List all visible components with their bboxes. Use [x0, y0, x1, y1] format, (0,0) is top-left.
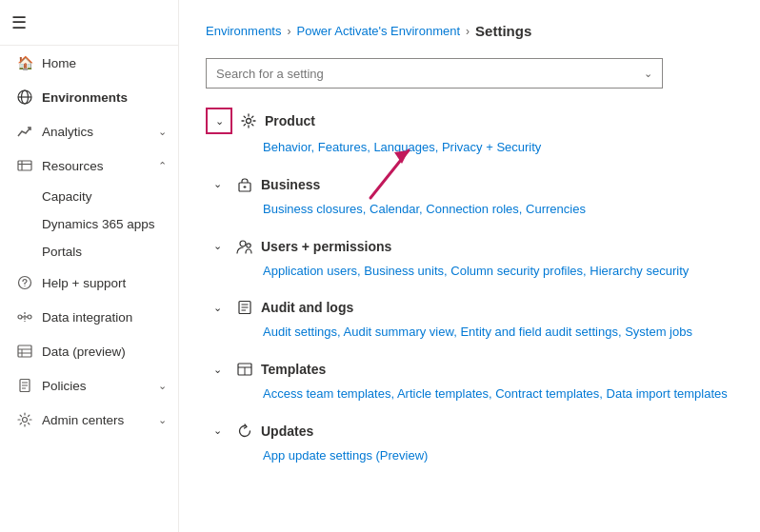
breadcrumb-separator: ›: [287, 25, 290, 38]
environments-icon: [15, 88, 34, 107]
search-input[interactable]: [216, 67, 644, 81]
link-languages[interactable]: Languages: [373, 140, 434, 154]
hamburger-icon[interactable]: ☰: [11, 12, 27, 33]
sidebar-header: ☰: [0, 0, 178, 46]
sidebar: ☰ 🏠 Home Environments Analytics ⌄: [0, 0, 179, 532]
sidebar-item-policies[interactable]: Policies ⌄: [0, 368, 178, 403]
data-preview-icon: [15, 342, 34, 361]
section-users-links: Application users, Business units, Colum…: [206, 262, 733, 282]
section-product-links: Behavior, Features, Languages, Privacy +…: [206, 138, 733, 158]
section-updates-title: Updates: [261, 424, 313, 439]
svg-point-9: [28, 315, 31, 319]
sidebar-item-label: Analytics: [42, 125, 154, 139]
sidebar-item-environments[interactable]: Environments: [0, 80, 178, 114]
link-app-update-settings[interactable]: App update settings (Preview): [263, 448, 428, 463]
svg-point-20: [23, 418, 28, 423]
section-users-title: Users + permissions: [261, 239, 391, 254]
link-currencies[interactable]: Currencies: [526, 202, 586, 216]
section-updates-header: ⌄ Updates: [206, 420, 733, 443]
audit-collapse-button[interactable]: ⌄: [206, 296, 229, 319]
chevron-down-icon: ⌄: [158, 414, 167, 426]
analytics-icon: [15, 122, 34, 141]
section-product-title: Product: [265, 113, 315, 128]
sidebar-item-label: Admin centers: [42, 413, 154, 427]
dropdown-arrow-icon[interactable]: ⌄: [644, 68, 652, 80]
home-icon: 🏠: [15, 53, 34, 72]
section-templates-title: Templates: [261, 362, 326, 377]
product-collapse-button[interactable]: ⌄: [206, 108, 232, 134]
link-features[interactable]: Features: [318, 140, 367, 154]
sidebar-item-dynamics365[interactable]: Dynamics 365 apps: [0, 210, 178, 238]
breadcrumb-item-environment[interactable]: Power Activate's Environment: [296, 24, 460, 38]
updates-icon: [236, 423, 253, 440]
link-app-users[interactable]: Application users: [263, 264, 357, 278]
section-audit-title: Audit and logs: [261, 300, 353, 315]
help-icon: [15, 273, 34, 292]
link-field-audit[interactable]: Entity and field audit settings: [460, 325, 618, 339]
sidebar-item-portals[interactable]: Portals: [0, 238, 178, 266]
section-templates-header: ⌄ Templates: [206, 358, 733, 381]
link-audit-summary[interactable]: Audit summary view: [344, 325, 454, 339]
updates-collapse-button[interactable]: ⌄: [206, 420, 229, 443]
svg-point-8: [18, 315, 22, 319]
sidebar-item-label: Policies: [42, 379, 154, 393]
section-templates: ⌄ Templates Access team templates, Artic…: [206, 358, 733, 404]
sidebar-item-label: Help + support: [42, 276, 167, 290]
link-connection-roles[interactable]: Connection roles: [426, 202, 519, 216]
link-column-security[interactable]: Column security profiles: [450, 264, 583, 278]
link-system-jobs[interactable]: System jobs: [625, 325, 692, 339]
link-hierarchy-security[interactable]: Hierarchy security: [590, 264, 689, 278]
breadcrumb-current: Settings: [475, 23, 531, 39]
section-audit-links: Audit settings, Audit summary view, Enti…: [206, 323, 733, 343]
admin-centers-icon: [15, 410, 34, 429]
link-behavior[interactable]: Behavior: [263, 140, 311, 154]
sidebar-item-dataintegration[interactable]: Data integration: [0, 300, 178, 334]
link-article-templates[interactable]: Article templates: [397, 386, 489, 401]
chevron-up-icon: ⌃: [158, 160, 167, 172]
breadcrumb-item-environments[interactable]: Environments: [206, 24, 281, 38]
sidebar-item-label: Resources: [42, 159, 154, 173]
sidebar-item-label: Data integration: [42, 310, 167, 325]
section-product-header: ⌄ Product: [206, 108, 733, 134]
business-icon: [236, 176, 253, 193]
sidebar-item-admincenters[interactable]: Admin centers ⌄: [0, 403, 178, 437]
sidebar-item-resources[interactable]: Resources ⌃: [0, 148, 178, 183]
section-updates: ⌄ Updates App update settings (Preview): [206, 420, 733, 466]
link-access-templates[interactable]: Access team templates: [263, 386, 390, 401]
section-templates-links: Access team templates, Article templates…: [206, 384, 733, 404]
section-updates-links: App update settings (Preview): [206, 446, 733, 466]
sidebar-item-datapreview[interactable]: Data (preview): [0, 334, 178, 368]
audit-icon: [236, 299, 253, 316]
svg-point-26: [247, 243, 250, 246]
link-contract-templates[interactable]: Contract templates: [495, 386, 599, 401]
link-calendar[interactable]: Calendar: [370, 202, 419, 216]
section-users-permissions: ⌄ Users + permissions Application users,…: [206, 235, 733, 282]
svg-rect-12: [18, 345, 31, 357]
section-business-header: ⌄ Business: [206, 173, 733, 196]
section-audit-logs: ⌄ Audit and logs Audit settings, Audit s…: [206, 296, 733, 343]
sidebar-sub-label: Dynamics 365 apps: [42, 217, 155, 231]
sidebar-item-helpsupport[interactable]: Help + support: [0, 266, 178, 300]
users-collapse-button[interactable]: ⌄: [206, 235, 229, 258]
link-privacy-security[interactable]: Privacy + Security: [442, 140, 541, 154]
svg-rect-3: [18, 161, 31, 170]
link-audit-settings[interactable]: Audit settings: [263, 325, 337, 339]
users-icon: [236, 238, 253, 255]
search-box[interactable]: ⌄: [206, 58, 663, 89]
breadcrumb-separator: ›: [466, 25, 470, 38]
sidebar-item-analytics[interactable]: Analytics ⌄: [0, 114, 178, 148]
svg-point-25: [240, 241, 246, 246]
link-business-closures[interactable]: Business closures: [263, 202, 363, 216]
resources-icon: [15, 156, 34, 175]
chevron-down-icon: ⌄: [158, 126, 167, 138]
templates-collapse-button[interactable]: ⌄: [206, 358, 229, 381]
business-collapse-button[interactable]: ⌄: [206, 173, 229, 196]
section-business-links: Business closures, Calendar, Connection …: [206, 200, 733, 220]
link-data-import[interactable]: Data import templates: [607, 386, 728, 401]
sidebar-item-capacity[interactable]: Capacity: [0, 183, 178, 210]
link-business-units[interactable]: Business units: [364, 264, 444, 278]
section-product: ⌄ Product Behavior, Features, Languages,…: [206, 108, 733, 158]
templates-icon: [236, 361, 253, 378]
sidebar-item-label: Home: [42, 56, 167, 70]
sidebar-item-home[interactable]: 🏠 Home: [0, 46, 178, 80]
